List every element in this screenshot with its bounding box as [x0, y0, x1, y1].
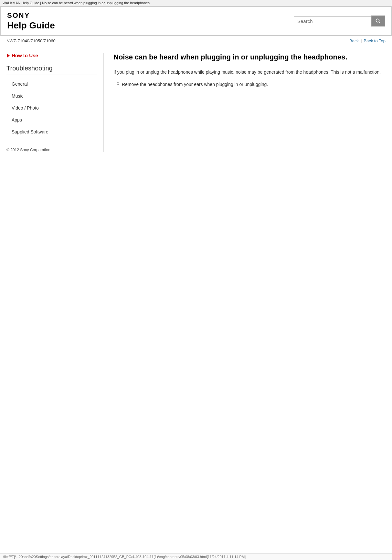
svg-line-1	[379, 22, 381, 24]
content-list: Remove the headphones from your ears whe…	[113, 80, 386, 89]
list-item-text: Remove the headphones from your ears whe…	[122, 81, 268, 88]
back-link[interactable]: Back	[349, 38, 359, 43]
sidebar-item-supplied-software[interactable]: Supplied Software	[6, 126, 97, 138]
chevron-right-icon	[7, 54, 10, 58]
search-button[interactable]	[371, 16, 385, 26]
sidebar-item-music[interactable]: Music	[6, 90, 97, 102]
sony-logo: SONY	[7, 11, 55, 20]
sidebar: How to Use Troubleshooting General Music…	[6, 53, 103, 152]
copyright-text: © 2012 Sony Corporation	[6, 148, 97, 152]
content-title: Noise can be heard when plugging in or u…	[113, 53, 386, 62]
device-model: NWZ-Z1040/Z1050/Z1060	[6, 38, 56, 43]
main-container: How to Use Troubleshooting General Music…	[0, 46, 392, 159]
main-content: Noise can be heard when plugging in or u…	[103, 53, 386, 152]
list-item: Remove the headphones from your ears whe…	[117, 80, 386, 89]
search-input[interactable]	[294, 16, 371, 26]
header-search-area	[294, 16, 385, 26]
back-to-top-link[interactable]: Back to Top	[364, 38, 386, 43]
nav-separator: |	[361, 38, 362, 43]
header-branding: SONY Help Guide	[7, 11, 55, 31]
help-guide-title: Help Guide	[7, 20, 55, 31]
sidebar-item-apps[interactable]: Apps	[6, 114, 97, 126]
svg-point-0	[376, 19, 379, 22]
nav-links: Back | Back to Top	[349, 38, 386, 43]
browser-title-bar: WALKMAN Help Guide | Noise can be heard …	[0, 0, 392, 6]
troubleshooting-heading: Troubleshooting	[6, 65, 97, 75]
bullet-icon	[117, 82, 119, 85]
how-to-use-link[interactable]: How to Use	[6, 53, 97, 58]
content-description: If you plug in or unplug the headphones …	[113, 69, 386, 76]
sidebar-item-video-photo[interactable]: Video / Photo	[6, 102, 97, 114]
search-icon	[376, 18, 381, 24]
how-to-use-label: How to Use	[12, 53, 38, 58]
sidebar-item-general[interactable]: General	[6, 78, 97, 90]
browser-title-text: WALKMAN Help Guide | Noise can be heard …	[3, 1, 151, 5]
subheader: NWZ-Z1040/Z1050/Z1060 Back | Back to Top	[0, 36, 392, 46]
content-divider	[113, 95, 386, 95]
page-header: SONY Help Guide	[0, 6, 392, 36]
sidebar-nav: General Music Video / Photo Apps Supplie…	[6, 78, 97, 138]
